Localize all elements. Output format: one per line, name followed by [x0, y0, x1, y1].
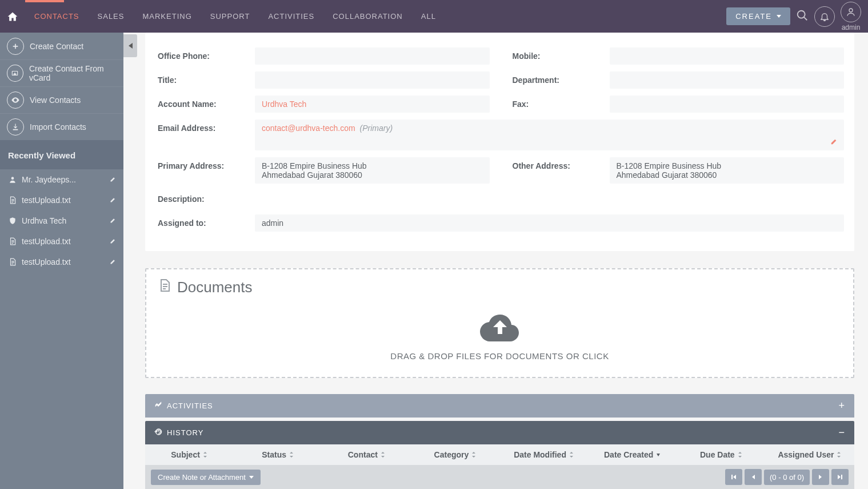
download-icon — [7, 118, 24, 136]
active-tab-indicator — [25, 0, 64, 2]
sidebar-create-contact[interactable]: Create Contact — [0, 33, 123, 59]
col-category[interactable]: Category — [411, 450, 499, 459]
nav-activities[interactable]: ACTIVITIES — [259, 0, 323, 33]
value-other-address[interactable]: B-1208 Empire Business Hub Ahmedabad Guj… — [610, 157, 845, 184]
value-description[interactable] — [255, 190, 844, 208]
activities-title: ACTIVITIES — [167, 401, 213, 410]
person-icon — [7, 176, 18, 184]
chevron-down-icon — [777, 15, 781, 18]
cloud-upload-icon — [158, 312, 842, 344]
nav-collaboration[interactable]: COLLABORATION — [323, 0, 412, 33]
value-assigned[interactable]: admin — [255, 214, 844, 232]
recent-item-contact[interactable]: Mr. Jaydeeps... — [0, 169, 123, 190]
history-controls: Create Note or Attachment (0 - 0 of 0) — [145, 465, 854, 489]
plus-icon[interactable]: + — [838, 400, 845, 412]
main-content: Office Phone: Mobile: Title: Department:… — [123, 33, 868, 489]
value-department[interactable] — [610, 71, 845, 89]
documents-panel: Documents DRAG & DROP FILES FOR DOCUMENT… — [145, 268, 854, 378]
value-mobile[interactable] — [610, 47, 845, 65]
recent-item-label: testUpload.txt — [22, 196, 110, 205]
value-account-name[interactable]: Urdhva Tech — [255, 96, 490, 113]
nav-all[interactable]: ALL — [412, 0, 445, 33]
document-icon — [7, 258, 18, 266]
recent-item-label: Urdhva Tech — [22, 216, 110, 225]
value-primary-address[interactable]: B-1208 Empire Business Hub Ahmedabad Guj… — [255, 157, 490, 184]
minus-icon[interactable]: − — [838, 427, 845, 439]
pencil-icon[interactable] — [110, 257, 117, 267]
pager-next-button[interactable] — [812, 469, 829, 485]
address-line: B-1208 Empire Business Hub — [262, 161, 483, 170]
label-email: Email Address: — [158, 120, 255, 150]
document-icon — [7, 196, 18, 204]
nav-sales[interactable]: SALES — [89, 0, 134, 33]
value-fax[interactable] — [610, 96, 845, 113]
recent-item-label: testUpload.txt — [22, 257, 110, 267]
sidebar-import-contacts[interactable]: Import Contacts — [0, 113, 123, 140]
sidebar: Create Contact Create Contact From vCard… — [0, 33, 123, 489]
eye-icon — [7, 92, 24, 109]
nav-contacts[interactable]: CONTACTS — [25, 0, 89, 33]
nav-marketing[interactable]: MARKETING — [133, 0, 201, 33]
address-line: Ahmedabad Gujarat 380060 — [262, 170, 483, 180]
home-icon[interactable] — [0, 0, 25, 33]
history-panel: HISTORY − Subject Status Contact Categor… — [145, 421, 854, 489]
pager-last-button[interactable] — [831, 469, 849, 485]
address-line: Ahmedabad Gujarat 380060 — [617, 170, 838, 180]
recent-item-doc[interactable]: testUpload.txt — [0, 231, 123, 252]
recent-item-label: testUpload.txt — [22, 237, 110, 246]
label-fax: Fax: — [513, 96, 610, 113]
sort-icon — [289, 450, 294, 459]
label-title: Title: — [158, 71, 255, 89]
email-link[interactable]: contact@urdhva-tech.com — [262, 124, 355, 133]
value-office-phone[interactable] — [255, 47, 490, 65]
pencil-icon[interactable] — [110, 175, 117, 184]
activities-panel: ACTIVITIES + — [145, 394, 854, 418]
documents-dropzone[interactable]: DRAG & DROP FILES FOR DOCUMENTS OR CLICK — [158, 312, 842, 361]
search-icon[interactable] — [796, 9, 809, 24]
value-email[interactable]: contact@urdhva-tech.com (Primary) — [255, 120, 844, 150]
pencil-icon[interactable] — [110, 237, 117, 246]
document-icon — [7, 237, 18, 245]
label-department: Department: — [513, 71, 610, 89]
col-date-modified[interactable]: Date Modified — [500, 450, 589, 459]
recent-item-label: Mr. Jaydeeps... — [22, 175, 110, 184]
email-primary-tag: (Primary) — [360, 124, 393, 133]
plus-icon — [7, 38, 24, 55]
recent-item-account[interactable]: Urdhva Tech — [0, 210, 123, 231]
chevron-down-icon — [249, 476, 254, 479]
pager-prev-button[interactable] — [745, 469, 762, 485]
col-contact[interactable]: Contact — [322, 450, 411, 459]
recently-viewed-title: Recently Viewed — [0, 140, 123, 169]
col-due-date[interactable]: Due Date — [677, 450, 766, 459]
pager-first-button[interactable] — [725, 469, 742, 485]
sidebar-item-label: View Contacts — [30, 96, 81, 105]
create-button[interactable]: CREATE — [726, 7, 790, 25]
pencil-icon[interactable] — [110, 196, 117, 205]
col-status[interactable]: Status — [234, 450, 322, 459]
col-assigned-user[interactable]: Assigned User — [766, 450, 854, 459]
pencil-icon[interactable] — [110, 216, 117, 225]
history-header[interactable]: HISTORY − — [145, 421, 854, 444]
nav-support[interactable]: SUPPORT — [201, 0, 259, 33]
user-label: admin — [842, 23, 861, 31]
sidebar-create-from-vcard[interactable]: Create Contact From vCard — [0, 59, 123, 86]
sort-desc-icon — [655, 450, 661, 459]
recent-item-doc[interactable]: testUpload.txt — [0, 190, 123, 210]
shield-icon — [7, 217, 18, 225]
user-menu[interactable]: admin — [841, 2, 861, 31]
document-icon — [158, 279, 171, 296]
label-mobile: Mobile: — [513, 47, 610, 65]
history-icon — [154, 428, 162, 438]
create-note-button[interactable]: Create Note or Attachment — [151, 470, 261, 485]
sidebar-view-contacts[interactable]: View Contacts — [0, 86, 123, 113]
notifications-icon[interactable] — [814, 6, 835, 27]
value-title[interactable] — [255, 71, 490, 89]
sort-icon — [380, 450, 386, 459]
label-description: Description: — [158, 190, 255, 208]
label-account-name: Account Name: — [158, 96, 255, 113]
recent-item-doc[interactable]: testUpload.txt — [0, 252, 123, 272]
pencil-icon[interactable] — [830, 137, 838, 147]
col-subject[interactable]: Subject — [145, 450, 234, 459]
col-date-created[interactable]: Date Created — [589, 450, 677, 459]
activities-header[interactable]: ACTIVITIES + — [145, 394, 854, 418]
